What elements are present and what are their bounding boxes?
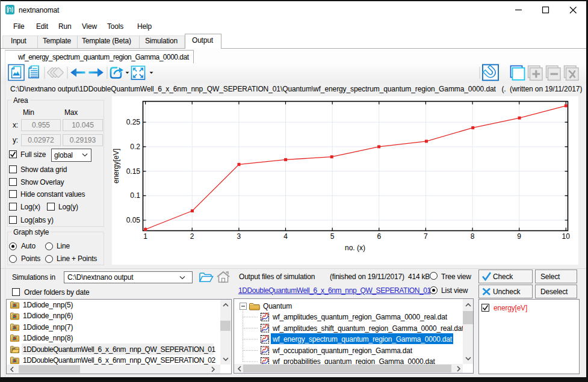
svg-text:2: 2 bbox=[190, 232, 194, 241]
svg-text:9: 9 bbox=[517, 232, 521, 241]
svg-text:7: 7 bbox=[424, 232, 428, 241]
svg-text:0.1: 0.1 bbox=[130, 191, 140, 200]
svg-text:6: 6 bbox=[377, 232, 381, 241]
svg-text:10: 10 bbox=[562, 232, 571, 241]
svg-text:0.25: 0.25 bbox=[126, 118, 141, 126]
svg-text:5: 5 bbox=[330, 232, 335, 241]
svg-text:3: 3 bbox=[237, 232, 241, 241]
svg-text:energy[eV]: energy[eV] bbox=[112, 149, 120, 183]
svg-text:1: 1 bbox=[143, 232, 147, 241]
svg-text:4: 4 bbox=[283, 232, 288, 241]
svg-text:0.2: 0.2 bbox=[130, 143, 140, 151]
svg-text:0.05: 0.05 bbox=[126, 216, 141, 224]
svg-text:0.15: 0.15 bbox=[126, 167, 141, 176]
svg-text:no. (x): no. (x) bbox=[345, 244, 365, 252]
svg-text:8: 8 bbox=[471, 232, 475, 241]
